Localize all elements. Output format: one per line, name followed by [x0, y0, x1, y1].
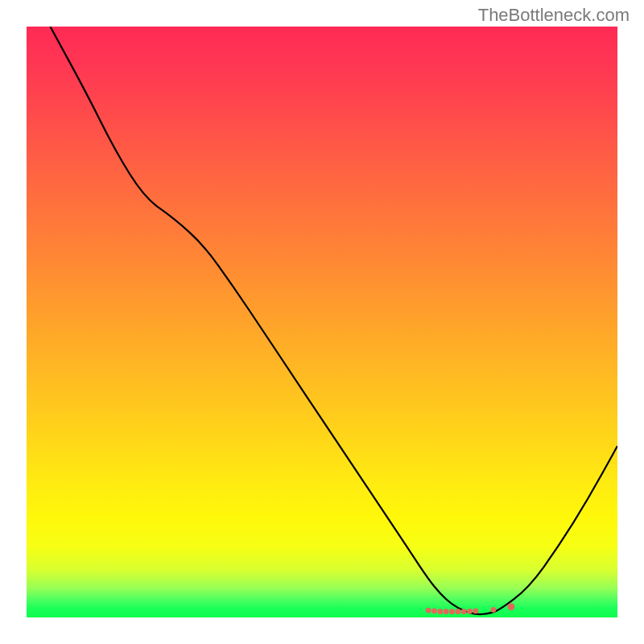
marker-dot [431, 609, 437, 614]
marker-dot [461, 609, 467, 614]
marker-dot [444, 609, 449, 614]
marker-dot [467, 609, 473, 614]
watermark-text: TheBottleneck.com [478, 5, 630, 26]
marker-dot [437, 609, 443, 614]
chart-plot-area [27, 27, 617, 617]
chart-markers-layer [27, 27, 617, 617]
marker-dot [507, 603, 514, 610]
marker-dot [455, 609, 460, 614]
marker-dot [491, 607, 497, 613]
marker-dot [473, 609, 478, 614]
marker-dots-group [426, 603, 515, 614]
marker-dot [449, 609, 455, 614]
marker-dot [426, 608, 431, 613]
